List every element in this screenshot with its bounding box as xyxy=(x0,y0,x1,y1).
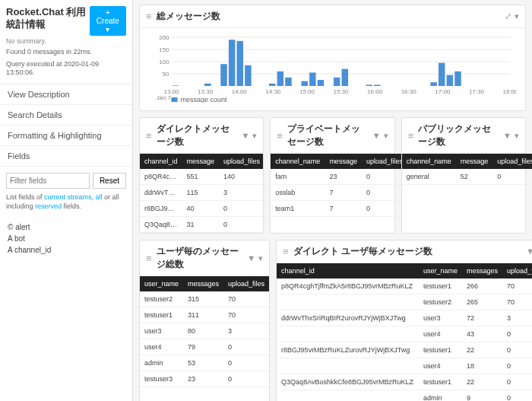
svg-rect-27 xyxy=(454,72,461,86)
chevron-down-icon[interactable]: ▾ xyxy=(515,11,519,21)
drag-icon[interactable]: ≡ xyxy=(146,130,152,142)
table-row[interactable]: user3803 xyxy=(140,323,269,339)
bar-chart: 5010015020013:0013:3014:0014:3015:0015:3… xyxy=(140,28,525,110)
svg-text:200: 200 xyxy=(159,34,169,41)
link-reserved[interactable]: reserved xyxy=(35,202,62,210)
direct-user-table: channel_iduser_namemessagesupload_filesp… xyxy=(277,263,532,401)
svg-text:14:30: 14:30 xyxy=(265,88,281,95)
svg-text:18:00: 18:00 xyxy=(502,88,516,95)
svg-rect-15 xyxy=(277,72,283,86)
col-channel_name: channel_name xyxy=(402,154,456,169)
col-upload_files: upload_files xyxy=(362,154,407,169)
card-title: ユーザ毎のメッセージ総数 xyxy=(157,245,245,271)
table-row[interactable]: admin90 xyxy=(277,390,532,402)
svg-text:message count: message count xyxy=(181,96,228,103)
filter-fields-input[interactable] xyxy=(6,173,90,189)
col-upload_files: upload_files xyxy=(492,154,532,169)
table-row[interactable]: r8BGJ95vrMBzRuKLZurovRJYjWjBXJTwgtestuse… xyxy=(277,342,532,358)
reset-button[interactable]: Reset xyxy=(93,173,126,189)
card-title: ダイレクトメッセージ数 xyxy=(157,123,239,148)
field-item[interactable]: A bot xyxy=(8,233,125,244)
col-user_name: user_name xyxy=(419,263,462,278)
expand-icon[interactable]: ⤢ xyxy=(505,11,511,21)
chevron-down-icon[interactable]: ▾ xyxy=(258,253,263,263)
svg-rect-8 xyxy=(173,85,179,86)
table-row[interactable]: osslab70 xyxy=(271,185,407,201)
svg-rect-10 xyxy=(220,64,226,86)
table-row[interactable]: Q3Qaq8AvBoshkkCfe8BGJ95vrMBzRuKLZtestuse… xyxy=(277,374,532,390)
svg-text:15:00: 15:00 xyxy=(299,88,315,95)
drag-icon[interactable]: ≡ xyxy=(146,11,152,22)
svg-text:14:00: 14:00 xyxy=(232,88,248,95)
svg-rect-17 xyxy=(301,81,307,86)
card-title: ダイレクト ユーザ毎メッセージ数 xyxy=(293,245,524,258)
table-row[interactable]: user4790 xyxy=(140,339,269,355)
svg-rect-22 xyxy=(366,84,372,86)
svg-rect-25 xyxy=(439,63,445,86)
filter-icon[interactable]: ▼ xyxy=(526,247,532,256)
sidebar: Rocket.Chat 利用統計情報 + Create ▾ No summary… xyxy=(0,0,133,401)
card-private: ≡プライベートメッセージ数▼▾ channel_namemessageuploa… xyxy=(270,117,394,234)
drag-icon[interactable]: ≡ xyxy=(283,246,289,257)
drag-icon[interactable]: ≡ xyxy=(408,130,414,142)
drag-icon[interactable]: ≡ xyxy=(277,130,283,142)
table-row[interactable]: ddrWvThxSriRqBIR2urovRJYjWjBXJTwg1153 xyxy=(140,185,263,201)
table-row[interactable]: Q3Qaq8AvBoshkkCfe310 xyxy=(140,217,263,233)
table-row[interactable]: testuser131170 xyxy=(140,307,269,323)
col-upload_files: upload_files xyxy=(502,263,532,278)
table-row[interactable]: p8QR4cghTjffmZkA5r8BGJ95vrMBzRuKLZ551140 xyxy=(140,169,263,185)
table-row[interactable]: fam230 xyxy=(271,169,407,185)
table-row[interactable]: user4430 xyxy=(277,326,532,342)
chevron-down-icon[interactable]: ▾ xyxy=(515,131,519,140)
svg-rect-23 xyxy=(374,84,380,86)
filter-icon[interactable]: ▼ xyxy=(247,253,255,263)
card-title: 総メッセージ数 xyxy=(157,10,502,23)
svg-text:17:30: 17:30 xyxy=(469,88,485,95)
chevron-down-icon[interactable]: ▾ xyxy=(384,131,388,140)
link-current-streams[interactable]: current streams xyxy=(44,193,92,201)
table-row[interactable]: testuser231570 xyxy=(140,291,269,307)
col-user_name: user_name xyxy=(140,276,183,291)
field-list: © alert A bot A channel_id xyxy=(0,217,132,260)
filter-icon[interactable]: ▼ xyxy=(372,131,381,140)
table-row[interactable]: user4180 xyxy=(277,358,532,374)
col-channel_id: channel_id xyxy=(140,154,182,169)
svg-rect-21 xyxy=(342,69,348,86)
svg-text:15:30: 15:30 xyxy=(333,88,349,95)
field-item[interactable]: © alert xyxy=(8,221,125,233)
query-time: Query executed at 2020-01-09 13:50:06. xyxy=(6,60,126,78)
filter-icon[interactable]: ▼ xyxy=(503,131,511,140)
link-all[interactable]: all xyxy=(96,193,103,201)
col-upload_files: upload_files xyxy=(223,276,269,291)
svg-rect-20 xyxy=(334,78,340,86)
filter-icon[interactable]: ▼ xyxy=(241,131,249,140)
svg-text:17:00: 17:00 xyxy=(435,88,451,95)
col-messages: messages xyxy=(462,263,502,278)
chevron-down-icon[interactable]: ▾ xyxy=(252,131,257,140)
svg-rect-26 xyxy=(447,75,453,86)
svg-rect-13 xyxy=(245,65,251,86)
svg-rect-16 xyxy=(285,78,291,86)
table-row[interactable]: general520 xyxy=(402,169,532,185)
svg-text:Jan 7,: Jan 7, xyxy=(157,94,173,101)
section-view-description[interactable]: View Description xyxy=(0,84,132,105)
table-row[interactable]: testuser3230 xyxy=(140,371,269,387)
section-search-details[interactable]: Search Details xyxy=(0,105,132,126)
svg-text:150: 150 xyxy=(159,46,169,53)
table-row[interactable]: team170 xyxy=(271,201,407,217)
col-message: message xyxy=(456,154,493,169)
table-row[interactable]: ddrWvThxSriRqBIR2urovRJYjWjBXJTwguser372… xyxy=(277,310,532,326)
found-msg: Found 0 messages in 22ms. xyxy=(6,48,126,57)
section-fields[interactable]: Fields xyxy=(0,146,132,167)
svg-rect-24 xyxy=(430,82,436,86)
table-row[interactable]: admin530 xyxy=(140,355,269,371)
card-user-total: ≡ユーザ毎のメッセージ総数▼▾ user_namemessagesupload_… xyxy=(139,240,270,401)
table-row[interactable]: p8QR4cghTjffmZkA5r8BGJ95vrMBzRuKLZtestus… xyxy=(277,278,532,294)
field-item[interactable]: A channel_id xyxy=(8,244,125,256)
create-button[interactable]: + Create ▾ xyxy=(90,6,126,36)
table-row[interactable]: testuser226570 xyxy=(277,294,532,310)
table-row[interactable]: r8BGJ95vrMBzRuKLZurovRJYjWjBXJTwg400 xyxy=(140,201,263,217)
section-formatting[interactable]: Formatting & Highlighting xyxy=(0,126,132,146)
drag-icon[interactable]: ≡ xyxy=(146,253,152,264)
public-table: channel_namemessageupload_filesgeneral52… xyxy=(402,154,532,185)
